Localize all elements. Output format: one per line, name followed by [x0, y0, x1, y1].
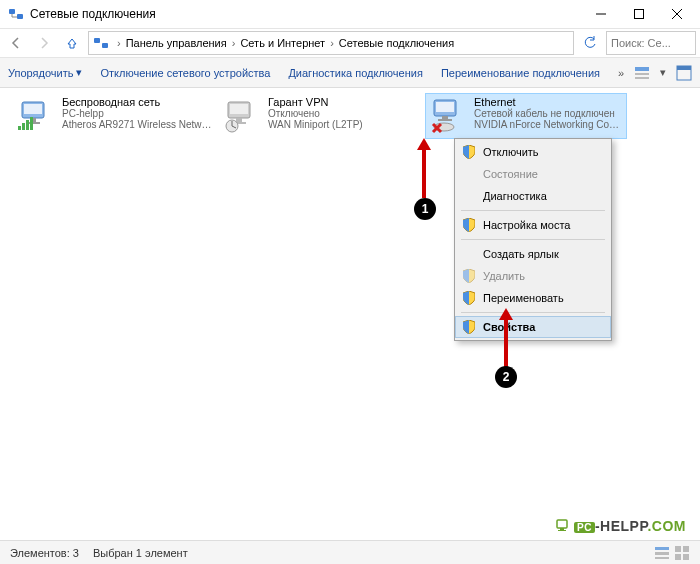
wifi-adapter-icon	[16, 96, 56, 136]
svg-rect-30	[442, 116, 448, 119]
diagnose-button[interactable]: Диагностика подключения	[288, 67, 422, 79]
svg-rect-41	[675, 554, 681, 560]
adapter-device: NVIDIA nForce Networking Contr...	[474, 119, 624, 130]
adapter-name: Беспроводная сеть	[62, 96, 212, 108]
window-icon	[8, 6, 24, 22]
adapter-vpn[interactable]: Гарант VPN Отключено WAN Miniport (L2TP)	[220, 94, 420, 138]
nav-back-button[interactable]	[4, 31, 28, 55]
status-bar: Элементов: 3 Выбран 1 элемент	[0, 540, 700, 564]
svg-rect-22	[30, 117, 33, 130]
breadcrumb-item[interactable]: Сетевые подключения	[338, 37, 455, 49]
breadcrumb-item[interactable]: Панель управления	[125, 37, 228, 49]
svg-rect-35	[558, 530, 566, 531]
ctx-status: Состояние	[455, 163, 611, 185]
svg-rect-25	[236, 118, 242, 122]
svg-rect-10	[635, 77, 649, 79]
svg-rect-21	[26, 120, 29, 130]
breadcrumb-item[interactable]: Сеть и Интернет	[239, 37, 326, 49]
watermark-icon	[555, 518, 571, 534]
annotation-badge-1: 1	[414, 198, 436, 220]
adapter-device: WAN Miniport (L2TP)	[268, 119, 418, 130]
overflow-button[interactable]: »	[618, 67, 624, 79]
svg-rect-31	[438, 119, 452, 121]
ctx-delete: Удалить	[455, 265, 611, 287]
window-titlebar: Сетевые подключения	[0, 0, 700, 28]
command-bar: Упорядочить ▾ Отключение сетевого устрой…	[0, 58, 700, 88]
svg-rect-34	[560, 528, 564, 530]
svg-rect-37	[655, 552, 669, 555]
svg-rect-40	[683, 546, 689, 552]
adapter-status: PC-helpp	[62, 108, 212, 119]
shield-icon	[461, 144, 477, 160]
svg-rect-1	[17, 14, 23, 19]
svg-rect-42	[683, 554, 689, 560]
separator	[461, 239, 605, 240]
svg-rect-12	[677, 66, 691, 70]
svg-rect-33	[557, 520, 567, 528]
details-pane-icon[interactable]	[676, 65, 692, 81]
svg-rect-9	[635, 73, 649, 75]
svg-rect-24	[230, 104, 248, 114]
adapter-name: Гарант VPN	[268, 96, 418, 108]
adapter-status: Сетевой кабель не подключен	[474, 108, 624, 119]
disable-device-button[interactable]: Отключение сетевого устройства	[100, 67, 270, 79]
svg-rect-20	[22, 123, 25, 130]
shield-icon	[461, 268, 477, 284]
svg-rect-6	[94, 38, 100, 43]
search-placeholder: Поиск: Се...	[611, 37, 671, 49]
chevron-down-icon: ▾	[660, 66, 666, 79]
shield-icon	[461, 217, 477, 233]
chevron-right-icon: ›	[228, 37, 240, 49]
chevron-down-icon: ▾	[76, 66, 82, 79]
ctx-diagnose[interactable]: Диагностика	[455, 185, 611, 207]
annotation-badge-2: 2	[495, 366, 517, 388]
ctx-properties[interactable]: Свойства	[455, 316, 611, 338]
maximize-button[interactable]	[620, 2, 658, 26]
context-menu: Отключить Состояние Диагностика Настройк…	[454, 138, 612, 341]
separator	[461, 312, 605, 313]
content-pane: Беспроводная сеть PC-helpp Atheros AR927…	[0, 90, 700, 540]
address-bar: › Панель управления › Сеть и Интернет › …	[0, 28, 700, 58]
organize-menu[interactable]: Упорядочить ▾	[8, 66, 82, 79]
search-input[interactable]: Поиск: Се...	[606, 31, 696, 55]
shield-icon	[461, 319, 477, 335]
nav-up-button[interactable]	[60, 31, 84, 55]
vpn-adapter-icon	[222, 96, 262, 136]
breadcrumb[interactable]: › Панель управления › Сеть и Интернет › …	[88, 31, 574, 55]
status-count: Элементов: 3	[10, 547, 79, 559]
svg-rect-19	[18, 126, 21, 130]
watermark: PC-HELPP.COM	[555, 518, 686, 534]
separator	[461, 210, 605, 211]
adapter-wireless[interactable]: Беспроводная сеть PC-helpp Atheros AR927…	[14, 94, 214, 138]
close-button[interactable]	[658, 2, 696, 26]
refresh-button[interactable]	[578, 31, 602, 55]
svg-rect-3	[635, 10, 644, 19]
ctx-bridge[interactable]: Настройка моста	[455, 214, 611, 236]
ctx-shortcut[interactable]: Создать ярлык	[455, 243, 611, 265]
ctx-disable[interactable]: Отключить	[455, 141, 611, 163]
minimize-button[interactable]	[582, 2, 620, 26]
svg-rect-16	[24, 104, 42, 114]
rename-connection-button[interactable]: Переименование подключения	[441, 67, 600, 79]
view-details-icon[interactable]	[654, 545, 670, 561]
window-title: Сетевые подключения	[30, 7, 582, 21]
adapter-ethernet[interactable]: Ethernet Сетевой кабель не подключен NVI…	[426, 94, 626, 138]
svg-rect-7	[102, 43, 108, 48]
adapter-device: Atheros AR9271 Wireless Network...	[62, 119, 212, 130]
svg-rect-38	[655, 557, 669, 559]
svg-rect-29	[436, 102, 454, 112]
status-selected: Выбран 1 элемент	[93, 547, 188, 559]
adapter-status: Отключено	[268, 108, 418, 119]
view-large-icons-icon[interactable]	[674, 545, 690, 561]
ctx-rename[interactable]: Переименовать	[455, 287, 611, 309]
svg-rect-0	[9, 9, 15, 14]
svg-rect-39	[675, 546, 681, 552]
shield-icon	[461, 290, 477, 306]
nav-forward-button[interactable]	[32, 31, 56, 55]
chevron-right-icon: ›	[113, 37, 125, 49]
chevron-right-icon: ›	[326, 37, 338, 49]
svg-rect-36	[655, 547, 669, 550]
view-options-icon[interactable]	[634, 65, 650, 81]
svg-rect-8	[635, 67, 649, 71]
adapter-name: Ethernet	[474, 96, 624, 108]
